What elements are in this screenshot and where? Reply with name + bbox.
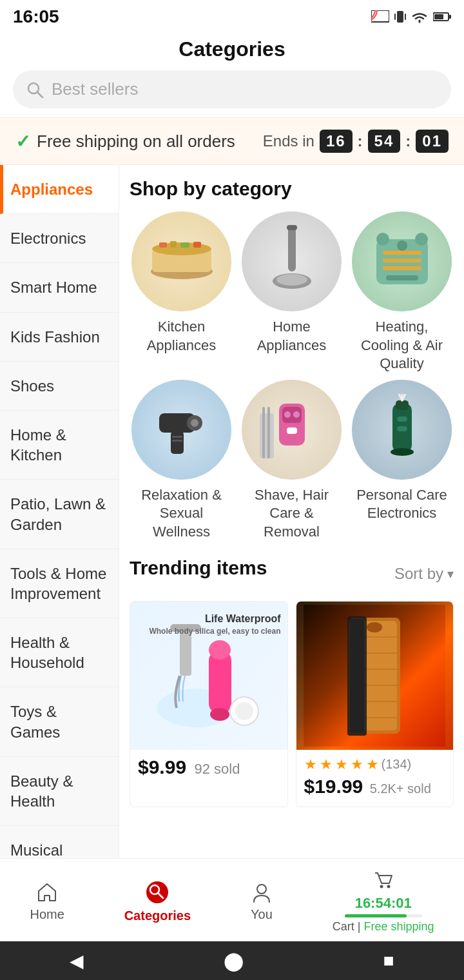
search-icon <box>26 81 44 99</box>
svg-point-20 <box>276 274 307 286</box>
sidebar-item-tools[interactable]: Tools & Home Improvement <box>0 549 119 618</box>
countdown-minutes: 54 <box>368 130 401 153</box>
svg-point-55 <box>209 640 231 660</box>
kitchen-appliances-image <box>131 211 231 311</box>
svg-rect-0 <box>371 10 389 22</box>
svg-rect-33 <box>172 436 182 438</box>
countdown-hours: 16 <box>320 130 353 153</box>
sidebar: Appliances Electronics Smart Home Kids F… <box>0 165 119 875</box>
star-2: ★ <box>320 756 333 773</box>
kitchen-appliances-label: Kitchen Appliances <box>130 318 233 355</box>
svg-rect-14 <box>170 241 177 248</box>
star-half-5: ★ <box>366 756 379 773</box>
nav-you[interactable]: You <box>251 881 273 922</box>
category-personal-care[interactable]: Personal Care Electronics <box>350 380 454 542</box>
search-bar[interactable]: Best sellers <box>13 70 451 108</box>
shop-by-category-title: Shop by category <box>130 178 454 200</box>
home-icon <box>36 881 58 903</box>
banner-text: ✓ Free shipping on all orders <box>15 131 235 152</box>
svg-rect-13 <box>159 242 167 248</box>
categories-icon <box>145 880 169 905</box>
sidebar-item-kids-fashion[interactable]: Kids Fashion <box>0 313 119 362</box>
star-4: ★ <box>351 756 363 773</box>
category-shave[interactable]: Shave, Hair Care & Removal <box>240 380 343 542</box>
product-price-row-2: $19.99 5.2K+ sold <box>304 776 446 798</box>
shipping-banner: ✓ Free shipping on all orders Ends in 16… <box>0 117 464 165</box>
svg-point-74 <box>257 885 266 894</box>
svg-rect-70 <box>350 619 364 733</box>
category-relaxation[interactable]: Relaxation & Sexual Wellness <box>130 380 233 542</box>
product-info-2: ★ ★ ★ ★ ★ (134) $19.99 5.2K+ sold <box>296 750 454 807</box>
nav-cart[interactable]: 16:54:01 Cart | Free shipping <box>333 869 434 934</box>
trending-title: Trending items <box>130 557 267 579</box>
svg-rect-28 <box>386 275 418 280</box>
user-icon <box>251 881 273 903</box>
personal-care-image <box>352 380 452 480</box>
bottom-nav: Home Categories You 16:54:01 <box>0 858 464 941</box>
sidebar-item-electronics[interactable]: Electronics <box>0 214 119 263</box>
status-bar: 16:05 <box>0 0 464 31</box>
nav-home[interactable]: Home <box>30 881 64 922</box>
product-badge-1: Life Waterproof Whole body silica gel, e… <box>149 612 280 637</box>
nav-you-label: You <box>251 907 273 922</box>
sidebar-item-appliances[interactable]: Appliances <box>0 165 119 214</box>
cart-timer-bar-fill <box>345 914 407 917</box>
svg-point-22 <box>376 233 389 246</box>
svg-point-56 <box>210 708 229 721</box>
sidebar-item-beauty[interactable]: Beauty & Health <box>0 757 119 826</box>
product-grid: Life Waterproof Whole body silica gel, e… <box>130 601 454 807</box>
check-icon: ✓ <box>15 131 30 152</box>
home-appliances-icon <box>266 223 318 300</box>
status-time: 16:05 <box>13 6 59 27</box>
product-image-1: Life Waterproof Whole body silica gel, e… <box>130 602 287 750</box>
svg-rect-6 <box>449 15 451 19</box>
sidebar-item-patio[interactable]: Patio, Lawn & Garden <box>0 480 119 549</box>
nav-categories[interactable]: Categories <box>124 880 191 923</box>
home-appliances-label: Home Appliances <box>240 318 343 355</box>
svg-point-37 <box>284 411 291 418</box>
svg-rect-4 <box>405 14 406 20</box>
page-header: Categories <box>0 31 464 70</box>
svg-rect-18 <box>287 225 297 230</box>
svg-rect-25 <box>383 259 421 262</box>
svg-rect-24 <box>383 251 421 255</box>
relaxation-label: Relaxation & Sexual Wellness <box>130 486 233 542</box>
wifi-icon <box>411 10 428 23</box>
category-heating[interactable]: Heating, Cooling & Air Quality <box>350 211 454 373</box>
product-2-illustration <box>304 605 445 747</box>
countdown-timer: Ends in 16 : 54 : 01 <box>263 130 449 153</box>
relaxation-icon <box>146 394 217 465</box>
cart-icon <box>372 869 394 891</box>
shave-image <box>242 380 342 480</box>
product-card-1[interactable]: Life Waterproof Whole body silica gel, e… <box>130 601 288 807</box>
personal-care-icon <box>370 394 434 465</box>
back-button[interactable]: ◀ <box>70 950 84 972</box>
system-nav-bar: ◀ ⬤ ■ <box>0 941 464 980</box>
sidebar-item-shoes[interactable]: Shoes <box>0 362 119 411</box>
category-home-appliances[interactable]: Home Appliances <box>240 211 343 373</box>
svg-point-58 <box>235 702 253 720</box>
svg-rect-26 <box>383 266 421 270</box>
nav-categories-label: Categories <box>124 908 191 923</box>
svg-point-50 <box>391 448 414 456</box>
sidebar-item-health[interactable]: Health & Household <box>0 618 119 687</box>
sidebar-item-home-kitchen[interactable]: Home & Kitchen <box>0 411 119 480</box>
search-placeholder: Best sellers <box>52 79 138 99</box>
star-1: ★ <box>304 756 317 773</box>
sort-by-button[interactable]: Sort by ▾ <box>394 565 454 583</box>
recents-button[interactable]: ■ <box>383 950 394 971</box>
svg-rect-16 <box>193 242 201 248</box>
home-button[interactable]: ⬤ <box>224 950 244 972</box>
sidebar-item-smart-home[interactable]: Smart Home <box>0 263 119 312</box>
product-price-1: $9.99 <box>138 756 186 778</box>
product-card-2[interactable]: ★ ★ ★ ★ ★ (134) $19.99 5.2K+ sold <box>296 601 454 807</box>
heating-label: Heating, Cooling & Air Quality <box>350 318 454 373</box>
svg-rect-2 <box>397 11 403 23</box>
category-kitchen-appliances[interactable]: Kitchen Appliances <box>130 211 233 373</box>
countdown-seconds: 01 <box>416 130 449 153</box>
category-grid: Kitchen Appliances Home Appliances <box>130 211 454 542</box>
product-info-1: $9.99 92 sold <box>130 750 287 787</box>
sidebar-item-toys[interactable]: Toys & Games <box>0 687 119 756</box>
shave-label: Shave, Hair Care & Removal <box>240 486 343 542</box>
product-sold-1: 92 sold <box>195 761 240 777</box>
